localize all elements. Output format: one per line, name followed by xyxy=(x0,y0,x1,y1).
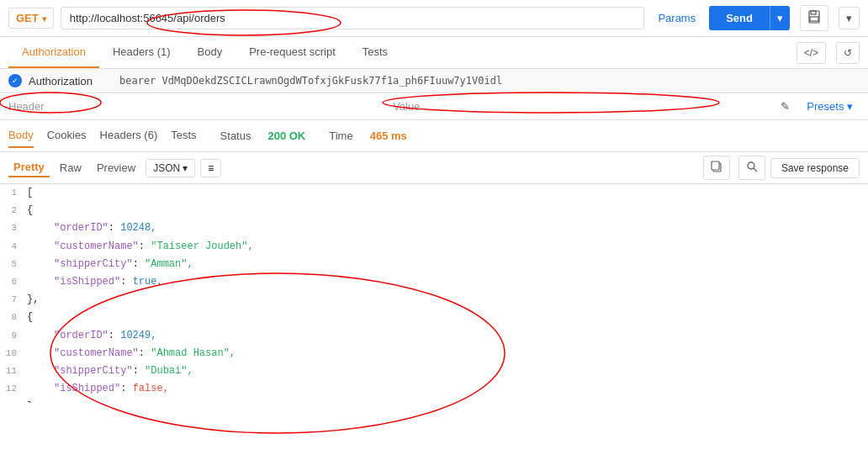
line-content: "isShipped": false, xyxy=(27,381,169,397)
line-content: { xyxy=(27,309,33,325)
save-icon xyxy=(807,10,821,24)
line-number: 13 xyxy=(0,399,27,403)
code-view-button[interactable]: </> xyxy=(797,42,826,64)
line-number: 10 xyxy=(0,346,27,362)
status-value: 200 OK xyxy=(267,130,305,142)
line-number: 5 xyxy=(0,257,27,272)
method-select[interactable]: GET xyxy=(8,8,54,29)
resp-tab-tests[interactable]: Tests xyxy=(171,124,196,148)
line-number: 2 xyxy=(0,204,27,219)
method-label: GET xyxy=(16,12,39,24)
save-response-button[interactable]: Save response xyxy=(770,158,860,178)
line-number: 9 xyxy=(0,329,27,344)
line-number: 11 xyxy=(0,364,27,379)
tab-pre-request[interactable]: Pre-request script xyxy=(236,37,349,68)
resp-tab-cookies[interactable]: Cookies xyxy=(47,124,87,148)
line-content: }, xyxy=(27,292,39,308)
more-options-button[interactable]: ▾ xyxy=(839,7,860,29)
status-label: Status xyxy=(220,130,251,142)
json-line: 10"customerName": "Ahmad Hasan", xyxy=(0,345,868,362)
url-input[interactable] xyxy=(61,7,645,29)
json-line: 8 { xyxy=(0,309,868,326)
response-tabs-bar: Body Cookies Headers (6) Tests Status 20… xyxy=(0,120,868,152)
format-bar: Pretty Raw Preview JSON ▾ ≡ Save respons… xyxy=(0,152,868,184)
auth-label: Authorization xyxy=(29,75,113,87)
svg-rect-1 xyxy=(811,11,816,14)
line-number: 12 xyxy=(0,382,27,397)
line-number: 6 xyxy=(0,275,27,290)
svg-rect-4 xyxy=(712,161,719,170)
auth-row: ✓ Authorization bearer VdMqDOekdZSCICLra… xyxy=(0,69,868,93)
tab-icon-group: </> ↺ xyxy=(793,42,860,64)
raw-button[interactable]: Raw xyxy=(55,159,87,177)
send-dropdown-button[interactable]: ▾ xyxy=(770,6,790,30)
json-line: 2 { xyxy=(0,202,868,219)
send-button-group: Send ▾ xyxy=(709,6,790,30)
tab-authorization[interactable]: Authorization xyxy=(8,37,99,68)
json-line: 6"isShipped": true, xyxy=(0,273,868,291)
value-col-label: Value xyxy=(393,100,770,113)
save-icon-button[interactable] xyxy=(800,5,828,31)
request-tabs-bar: Authorization Headers (1) Body Pre-reque… xyxy=(0,37,868,69)
line-number: 1 xyxy=(0,186,27,201)
time-label: Time xyxy=(329,130,352,142)
line-content: "shipperCity": "Amman", xyxy=(27,256,193,272)
presets-button[interactable]: Presets ▾ xyxy=(800,97,860,116)
refresh-button[interactable]: ↺ xyxy=(836,42,860,64)
auth-value: bearer VdMqDOekdZSCICLrawnOgdWTofxjGkFus… xyxy=(119,75,860,87)
search-response-button[interactable] xyxy=(738,156,765,180)
svg-rect-2 xyxy=(810,17,818,21)
time-value: 465 ms xyxy=(370,130,407,142)
format-select[interactable]: JSON ▾ xyxy=(146,159,195,177)
json-line: 12"isShipped": false, xyxy=(0,380,868,398)
line-number: 8 xyxy=(0,310,27,325)
line-content: "customerName": "Taiseer Joudeh", xyxy=(27,239,254,255)
line-content: "isShipped": true, xyxy=(27,274,163,290)
json-line: 9"orderID": 10249, xyxy=(0,327,868,345)
resp-tab-body[interactable]: Body xyxy=(8,124,34,148)
line-number: 3 xyxy=(0,221,27,236)
line-number: 4 xyxy=(0,240,27,255)
json-line: 11"shipperCity": "Dubai", xyxy=(0,362,868,380)
json-line: 13 }, xyxy=(0,398,868,403)
header-value-row: Header Value ✎ Presets ▾ xyxy=(0,93,868,120)
line-content: "orderID": 10248, xyxy=(27,220,156,236)
json-viewer: 1[2 {3"orderID": 10248,4"customerName": … xyxy=(0,184,868,403)
header-col-label: Header xyxy=(8,100,386,113)
json-line: 7 }, xyxy=(0,291,868,309)
tab-body[interactable]: Body xyxy=(184,37,236,68)
url-bar: GET Params Send ▾ ▾ xyxy=(0,0,868,37)
method-chevron-icon xyxy=(42,12,46,24)
line-content: }, xyxy=(27,399,39,403)
resp-tab-headers[interactable]: Headers (6) xyxy=(100,124,158,148)
line-content: { xyxy=(27,203,33,219)
line-content: "shipperCity": "Dubai", xyxy=(27,363,193,379)
edit-icon[interactable]: ✎ xyxy=(777,98,793,114)
svg-line-6 xyxy=(754,168,757,172)
line-content: [ xyxy=(27,185,33,201)
line-number: 7 xyxy=(0,293,27,308)
preview-button[interactable]: Preview xyxy=(92,159,140,177)
format-label: JSON xyxy=(153,162,180,174)
json-line: 4"customerName": "Taiseer Joudeh", xyxy=(0,238,868,256)
tab-headers[interactable]: Headers (1) xyxy=(99,37,184,68)
json-line: 1[ xyxy=(0,184,868,202)
copy-response-button[interactable] xyxy=(703,156,730,180)
auth-check-icon: ✓ xyxy=(8,74,22,87)
json-line: 5"shipperCity": "Amman", xyxy=(0,256,868,273)
line-content: "customerName": "Ahmad Hasan", xyxy=(27,346,236,362)
svg-point-5 xyxy=(748,162,754,169)
params-button[interactable]: Params xyxy=(651,8,702,28)
format-chevron-icon: ▾ xyxy=(183,162,188,174)
send-button[interactable]: Send xyxy=(709,6,770,30)
pretty-button[interactable]: Pretty xyxy=(8,158,50,177)
line-content: "orderID": 10249, xyxy=(27,328,156,344)
wrap-icon-button[interactable]: ≡ xyxy=(200,159,221,177)
json-line: 3"orderID": 10248, xyxy=(0,219,868,237)
tab-tests[interactable]: Tests xyxy=(349,37,401,68)
copy-icon xyxy=(711,161,722,172)
search-icon xyxy=(746,161,758,172)
